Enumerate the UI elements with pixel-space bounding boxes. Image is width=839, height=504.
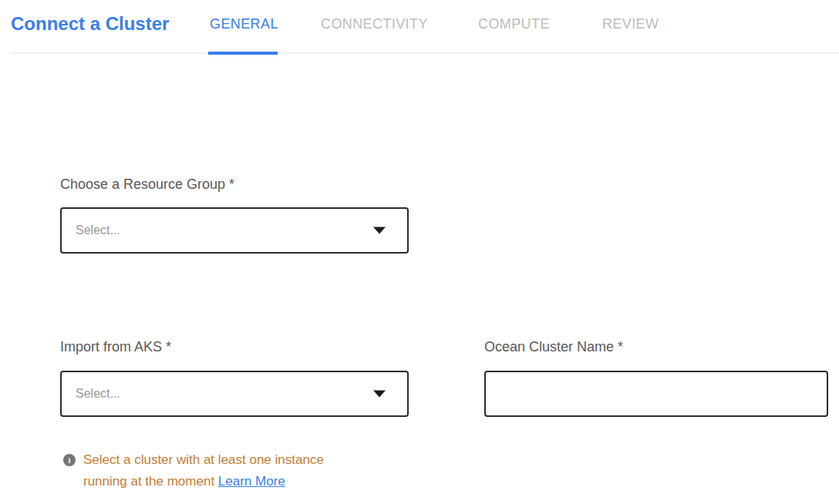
ocean-cluster-name-input[interactable] <box>484 371 828 417</box>
tab-connectivity[interactable]: CONNECTIVITY <box>321 16 428 32</box>
import-aks-select[interactable]: Select... <box>60 371 409 417</box>
import-aks-select-value: Select... <box>76 387 120 401</box>
resource-group-label: Choose a Resource Group * <box>60 176 234 193</box>
connect-cluster-wizard: Connect a Cluster GENERAL CONNECTIVITY C… <box>0 0 839 504</box>
import-aks-label: Import from AKS * <box>60 339 171 355</box>
learn-more-link[interactable]: Learn More <box>218 474 285 489</box>
header-divider <box>11 52 839 54</box>
resource-group-select[interactable]: Select... <box>60 207 409 254</box>
note-text: Select a cluster with at least one insta… <box>83 449 362 492</box>
tab-review[interactable]: REVIEW <box>602 16 659 32</box>
tab-compute[interactable]: COMPUTE <box>478 16 550 32</box>
active-tab-indicator <box>208 52 278 55</box>
note-message: Select a cluster with at least one insta… <box>83 452 324 489</box>
caret-down-icon <box>373 391 386 398</box>
resource-group-select-value: Select... <box>76 223 120 237</box>
tab-general[interactable]: GENERAL <box>210 16 278 32</box>
info-icon: i <box>63 454 76 466</box>
page-title: Connect a Cluster <box>11 13 169 35</box>
ocean-cluster-name-label: Ocean Cluster Name * <box>484 339 623 355</box>
caret-down-icon <box>373 227 386 234</box>
cluster-instance-note: i Select a cluster with at least one ins… <box>63 449 362 492</box>
